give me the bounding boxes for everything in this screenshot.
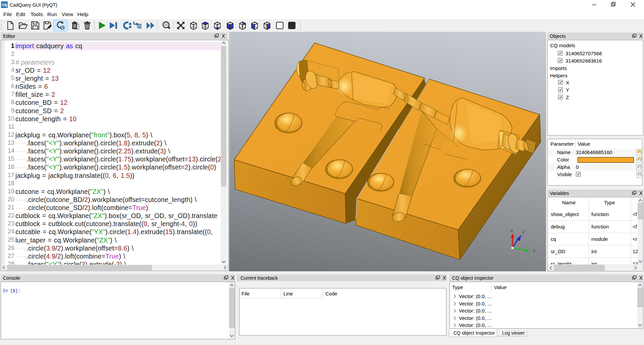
svg-text:X: X	[511, 229, 513, 233]
svg-text:Y: Y	[533, 249, 536, 253]
svg-text:Z: Z	[522, 230, 525, 234]
